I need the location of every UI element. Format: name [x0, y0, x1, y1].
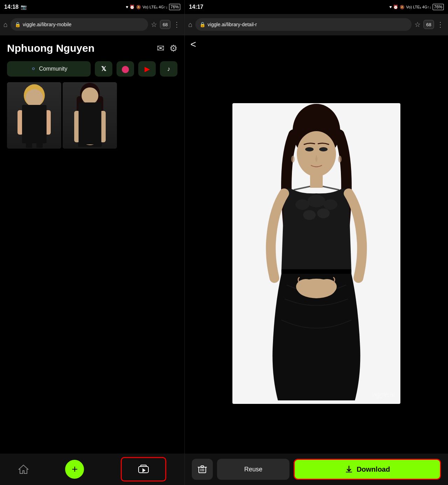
- svg-marker-26: [142, 468, 146, 472]
- instagram-icon: ⬤: [121, 65, 129, 73]
- svg-rect-25: [141, 465, 146, 466]
- social-buttons-bar: ⚬ Community 𝕏 ⬤ ▶ ♪: [0, 58, 184, 82]
- status-icons-left: ♥ ⏰ 🔕 Vo) LTE₁ 4G↑↓ 76%: [126, 4, 180, 10]
- bookmark-icon-left[interactable]: ☆: [151, 20, 157, 29]
- tab-count-right[interactable]: 68: [424, 20, 434, 29]
- discord-icon: ⚬: [30, 65, 36, 73]
- svg-point-1: [27, 90, 42, 106]
- heart-icon: ♥: [126, 5, 128, 9]
- community-button[interactable]: ⚬ Community: [7, 61, 91, 77]
- time-right: 14:17: [189, 4, 203, 10]
- browser-bar-left: ⌂ 🔒 viggle.ai/library-mobile ☆ 68 ⋮: [0, 14, 184, 35]
- bottom-nav-left: +: [0, 454, 184, 485]
- thumbnail-2[interactable]: [63, 82, 117, 149]
- url-bar-right[interactable]: 🔒 viggle.ai/library-detail-r: [195, 18, 412, 31]
- download-label: Download: [357, 465, 390, 473]
- svg-point-28: [291, 156, 295, 163]
- status-bar-left: 14:18 📷 ♥ ⏰ 🔕 Vo) LTE₁ 4G↑↓ 76%: [0, 0, 184, 14]
- profile-actions: ✉ ⚙: [157, 43, 177, 54]
- trash-button[interactable]: [192, 459, 213, 480]
- signal-text-right: Vo) LTE₁ 4G↑↓: [406, 5, 431, 9]
- svg-rect-7: [26, 142, 32, 148]
- library-box[interactable]: [121, 457, 166, 482]
- back-button[interactable]: <: [190, 39, 196, 50]
- svg-point-0: [24, 84, 45, 107]
- instagram-button[interactable]: ⬤: [117, 61, 134, 77]
- svg-point-30: [297, 131, 336, 177]
- svg-point-22: [83, 137, 97, 145]
- svg-rect-47: [201, 466, 204, 468]
- youtube-button[interactable]: ▶: [138, 61, 156, 77]
- heart-icon-right: ♥: [389, 5, 392, 9]
- menu-dots-left[interactable]: ⋮: [173, 20, 181, 29]
- browser-home-icon-right[interactable]: ⌂: [188, 21, 192, 29]
- svg-point-36: [295, 199, 309, 210]
- thumbnail-1[interactable]: [7, 82, 61, 149]
- image-thumbnails: [0, 82, 184, 149]
- tiktok-icon: ♪: [167, 65, 170, 73]
- thumb-figure-1: [7, 82, 61, 149]
- svg-rect-3: [32, 105, 36, 109]
- library-nav-item[interactable]: [121, 457, 166, 482]
- youtube-icon: ▶: [145, 65, 150, 73]
- svg-rect-13: [88, 104, 92, 109]
- community-label: Community: [39, 66, 68, 72]
- svg-rect-33: [310, 174, 323, 188]
- menu-dots-right[interactable]: ⋮: [437, 20, 444, 29]
- svg-line-34: [294, 186, 310, 190]
- url-text-right: viggle.ai/library-detail-r: [208, 22, 407, 27]
- home-nav-item[interactable]: [18, 464, 29, 474]
- svg-point-31: [305, 147, 314, 151]
- x-icon: 𝕏: [101, 65, 106, 73]
- home-icon: [18, 464, 29, 474]
- reuse-button[interactable]: Reuse: [217, 459, 289, 480]
- url-bar-left[interactable]: 🔒 viggle.ai/library-mobile: [10, 18, 148, 31]
- svg-point-37: [308, 195, 325, 207]
- x-button[interactable]: 𝕏: [95, 61, 112, 77]
- download-button[interactable]: Download: [294, 459, 441, 480]
- settings-icon[interactable]: ⚙: [169, 43, 177, 54]
- mail-icon[interactable]: ✉: [157, 43, 164, 54]
- thumb-figure-2: [63, 82, 117, 149]
- add-icon: +: [72, 463, 78, 475]
- svg-rect-5: [18, 110, 23, 135]
- svg-rect-6: [45, 110, 51, 135]
- browser-home-icon-left[interactable]: ⌂: [4, 21, 8, 29]
- signal-text-left: Vo) LTE₁ 4G↑↓: [142, 5, 168, 9]
- svg-rect-20: [74, 111, 80, 142]
- main-figure-svg: [232, 103, 400, 404]
- library-icon: [138, 464, 149, 475]
- right-panel: 14:17 ♥ ⏰ 🔕 Vo) LTE₁ 4G↑↓ 76% ⌂ 🔒 viggle…: [184, 0, 448, 485]
- bottom-action-bar: Reuse Download: [185, 454, 448, 485]
- download-icon: [345, 465, 353, 473]
- image-display: viggle.ai: [185, 54, 448, 454]
- figure-svg-1: [7, 82, 61, 149]
- svg-point-29: [338, 156, 342, 163]
- profile-section: Nphuong Nguyen ✉ ⚙: [0, 35, 184, 58]
- svg-point-39: [303, 210, 316, 220]
- figure-svg-2: [63, 82, 117, 149]
- main-image-container: viggle.ai: [232, 103, 400, 404]
- add-button[interactable]: +: [65, 460, 84, 479]
- svg-rect-17: [78, 121, 102, 125]
- svg-point-32: [319, 147, 328, 151]
- url-security-icon-left: 🔒: [15, 22, 21, 27]
- url-security-icon-right: 🔒: [200, 22, 205, 27]
- status-icons-right: ♥ ⏰ 🔕 Vo) LTE₁ 4G↑↓ 76%: [389, 4, 444, 10]
- tab-count-left[interactable]: 68: [160, 20, 170, 29]
- tiktok-button[interactable]: ♪: [160, 61, 177, 77]
- viggle-watermark: viggle.ai: [372, 391, 395, 398]
- svg-rect-2: [28, 106, 41, 109]
- battery-right: 76%: [433, 4, 444, 10]
- svg-point-38: [323, 199, 337, 210]
- back-bar: <: [185, 35, 448, 54]
- bookmark-icon-right[interactable]: ☆: [414, 20, 421, 29]
- url-text-left: viggle.ai/library-mobile: [23, 22, 144, 27]
- svg-rect-19: [95, 107, 97, 111]
- browser-bar-right: ⌂ 🔒 viggle.ai/library-detail-r ☆ 68 ⋮: [185, 14, 448, 35]
- profile-name: Nphuong Nguyen: [7, 42, 94, 54]
- time-left: 14:18 📷: [4, 4, 27, 10]
- mute-icon: 🔕: [136, 5, 141, 9]
- svg-rect-18: [83, 107, 85, 111]
- time-display-right: 14:17: [189, 4, 203, 10]
